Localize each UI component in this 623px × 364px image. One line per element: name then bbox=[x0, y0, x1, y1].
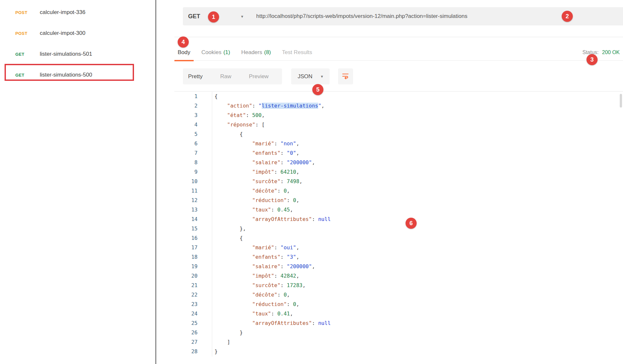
chevron-down-icon: ▾ bbox=[241, 14, 243, 19]
line-content: "décôte": 0, bbox=[215, 290, 290, 299]
code-line: 12"réduction": 0, bbox=[174, 196, 623, 205]
code-line: 9"impôt": 64210, bbox=[174, 167, 623, 177]
line-content: "enfants": "3", bbox=[215, 252, 299, 262]
code-line: 11"décôte": 0, bbox=[174, 186, 623, 196]
code-line: 5{ bbox=[174, 129, 623, 139]
method-dropdown[interactable]: GET ▾ bbox=[183, 13, 250, 20]
tab-label: Headers bbox=[241, 49, 262, 55]
line-content: } bbox=[215, 328, 243, 337]
code-line: 14"arrayOfAttributes": null bbox=[174, 214, 623, 224]
code-line: 13"taux": 0.45, bbox=[174, 205, 623, 214]
tab-headers[interactable]: Headers(8) bbox=[238, 44, 274, 61]
request-name: lister-simulations-501 bbox=[40, 51, 92, 57]
line-number: 8 bbox=[174, 158, 198, 167]
line-number: 16 bbox=[174, 233, 198, 243]
line-number: 4 bbox=[174, 120, 198, 129]
line-number: 6 bbox=[174, 139, 198, 148]
line-number: 5 bbox=[174, 129, 198, 139]
line-number: 10 bbox=[174, 177, 198, 186]
line-number: 28 bbox=[174, 347, 198, 356]
wrap-text-button[interactable] bbox=[338, 68, 353, 84]
method-badge: GET bbox=[15, 52, 40, 57]
code-line: 10"surcôte": 7498, bbox=[174, 177, 623, 186]
method-label: GET bbox=[188, 13, 200, 20]
line-number: 2 bbox=[174, 101, 198, 110]
code-line: 22"décôte": 0, bbox=[174, 290, 623, 299]
chevron-down-icon: ▾ bbox=[321, 74, 323, 79]
method-badge: POST bbox=[15, 10, 40, 15]
line-number: 14 bbox=[174, 214, 198, 224]
line-content: "salaire": "200000", bbox=[215, 262, 315, 271]
line-number: 11 bbox=[174, 186, 198, 196]
line-content: "réduction": 0, bbox=[215, 299, 299, 309]
format-label: JSON bbox=[298, 73, 312, 80]
postman-app: POSTcalculer-impot-336POSTcalculer-impot… bbox=[0, 0, 623, 364]
line-number: 19 bbox=[174, 262, 198, 271]
view-modes: PrettyRawPreview bbox=[183, 68, 282, 84]
tab-count: (8) bbox=[264, 49, 271, 55]
line-number: 1 bbox=[174, 92, 198, 101]
line-number: 3 bbox=[174, 110, 198, 120]
code-line: 8"salaire": "200000", bbox=[174, 158, 623, 167]
tab-label: Cookies bbox=[201, 49, 221, 55]
response-body-editor[interactable]: 1{2"action": "lister-simulations",3"état… bbox=[174, 91, 623, 364]
view-mode-preview[interactable]: Preview bbox=[240, 73, 277, 80]
line-number: 23 bbox=[174, 299, 198, 309]
editor-scrollbar[interactable] bbox=[620, 94, 622, 108]
line-number: 7 bbox=[174, 148, 198, 158]
request-section-divider bbox=[174, 37, 623, 37]
line-number: 9 bbox=[174, 167, 198, 177]
line-content: "action": "lister-simulations", bbox=[215, 101, 324, 110]
request-name: calculer-impot-336 bbox=[40, 9, 85, 16]
code-line: 25"arrayOfAttributes": null bbox=[174, 318, 623, 328]
sidebar-item-lister-simulations-501[interactable]: GETlister-simulations-501 bbox=[0, 44, 156, 65]
code-line: 20"impôt": 42842, bbox=[174, 271, 623, 281]
line-number: 17 bbox=[174, 243, 198, 252]
line-number: 22 bbox=[174, 290, 198, 299]
line-content: "réponse": [ bbox=[215, 120, 265, 129]
tab-test-results[interactable]: Test Results bbox=[279, 44, 316, 61]
method-badge: POST bbox=[15, 31, 40, 36]
line-number: 20 bbox=[174, 271, 198, 281]
request-bar: GET ▾ http://localhost/php7/scripts-web/… bbox=[183, 7, 623, 25]
response-tabs: BodyCookies(1)Headers(8)Test Results bbox=[174, 44, 623, 61]
line-content: "surcôte": 17283, bbox=[215, 281, 305, 290]
format-dropdown[interactable]: JSON ▾ bbox=[291, 68, 330, 84]
method-badge: GET bbox=[15, 73, 40, 78]
sidebar-item-calculer-impot-300[interactable]: POSTcalculer-impot-300 bbox=[0, 23, 156, 44]
wrap-text-icon bbox=[342, 72, 349, 81]
code-line: 21"surcôte": 17283, bbox=[174, 281, 623, 290]
url-input[interactable]: http://localhost/php7/scripts-web/impots… bbox=[250, 13, 623, 20]
view-mode-pretty[interactable]: Pretty bbox=[183, 73, 211, 80]
line-number: 15 bbox=[174, 224, 198, 233]
line-number: 24 bbox=[174, 309, 198, 318]
tab-cookies[interactable]: Cookies(1) bbox=[198, 44, 233, 61]
line-content: "arrayOfAttributes": null bbox=[215, 214, 331, 224]
line-content: "taux": 0.45, bbox=[215, 205, 293, 214]
line-content: ] bbox=[215, 337, 230, 347]
request-name: lister-simulations-500 bbox=[40, 72, 92, 78]
tab-count: (1) bbox=[223, 49, 230, 55]
line-content: "impôt": 42842, bbox=[215, 271, 299, 281]
line-content: "réduction": 0, bbox=[215, 196, 299, 205]
line-number: 12 bbox=[174, 196, 198, 205]
sidebar-item-calculer-impot-336[interactable]: POSTcalculer-impot-336 bbox=[0, 2, 156, 23]
view-mode-raw[interactable]: Raw bbox=[211, 73, 240, 80]
tab-label: Test Results bbox=[282, 49, 312, 55]
code-line: 24"taux": 0.41, bbox=[174, 309, 623, 318]
line-number: 21 bbox=[174, 281, 198, 290]
line-content: "impôt": 64210, bbox=[215, 167, 299, 177]
line-content: "salaire": "200000", bbox=[215, 158, 315, 167]
code-line: 3"état": 500, bbox=[174, 110, 623, 120]
line-content: "enfants": "0", bbox=[215, 148, 299, 158]
tab-body[interactable]: Body bbox=[174, 44, 194, 61]
code-line: 7"enfants": "0", bbox=[174, 148, 623, 158]
code-line: 2"action": "lister-simulations", bbox=[174, 101, 623, 110]
response-tabs-row: BodyCookies(1)Headers(8)Test Results Sta… bbox=[174, 44, 623, 61]
code-line: 23"réduction": 0, bbox=[174, 299, 623, 309]
line-content: "surcôte": 7498, bbox=[215, 177, 303, 186]
line-content: } bbox=[215, 347, 218, 356]
body-view-bar: PrettyRawPreview JSON ▾ bbox=[183, 68, 353, 84]
code-line: 17"marié": "oui", bbox=[174, 243, 623, 252]
sidebar-item-lister-simulations-500[interactable]: GETlister-simulations-500 bbox=[0, 65, 156, 85]
